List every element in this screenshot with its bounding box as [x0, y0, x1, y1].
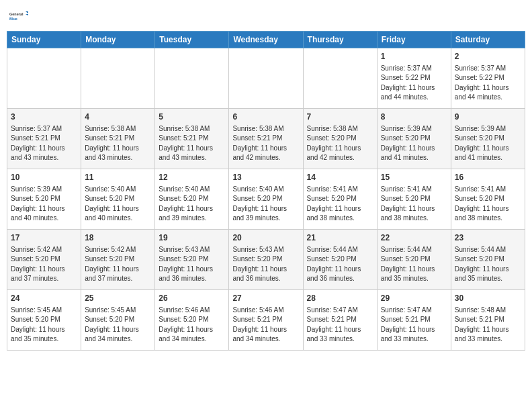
day-info: Sunrise: 5:38 AM Sunset: 5:21 PM Dayligh…: [159, 124, 225, 163]
day-info: Sunrise: 5:43 AM Sunset: 5:20 PM Dayligh…: [159, 245, 225, 284]
calendar-week-2: 3Sunrise: 5:37 AM Sunset: 5:21 PM Daylig…: [7, 109, 525, 169]
day-info: Sunrise: 5:45 AM Sunset: 5:20 PM Dayligh…: [11, 306, 77, 345]
day-info: Sunrise: 5:37 AM Sunset: 5:21 PM Dayligh…: [11, 124, 77, 163]
calendar-body: 1Sunrise: 5:37 AM Sunset: 5:22 PM Daylig…: [7, 48, 525, 351]
day-info: Sunrise: 5:41 AM Sunset: 5:20 PM Dayligh…: [307, 185, 373, 224]
day-number: 2: [455, 51, 521, 62]
calendar-cell: 26Sunrise: 5:46 AM Sunset: 5:20 PM Dayli…: [155, 290, 229, 351]
day-info: Sunrise: 5:40 AM Sunset: 5:20 PM Dayligh…: [159, 185, 225, 224]
calendar-cell: 2Sunrise: 5:37 AM Sunset: 5:22 PM Daylig…: [451, 48, 525, 109]
calendar-cell: 12Sunrise: 5:40 AM Sunset: 5:20 PM Dayli…: [155, 169, 229, 230]
svg-text:General: General: [9, 12, 24, 16]
weekday-header-monday: Monday: [81, 32, 155, 48]
svg-marker-2: [26, 11, 28, 13]
calendar-cell: 30Sunrise: 5:48 AM Sunset: 5:21 PM Dayli…: [451, 290, 525, 351]
day-info: Sunrise: 5:44 AM Sunset: 5:20 PM Dayligh…: [381, 245, 447, 284]
calendar-cell: 25Sunrise: 5:45 AM Sunset: 5:20 PM Dayli…: [81, 290, 155, 351]
day-number: 6: [232, 111, 299, 123]
day-number: 8: [381, 111, 447, 123]
day-number: 27: [232, 293, 299, 304]
calendar-cell: 15Sunrise: 5:41 AM Sunset: 5:20 PM Dayli…: [377, 169, 451, 230]
calendar-cell: [81, 48, 155, 109]
calendar-cell: 5Sunrise: 5:38 AM Sunset: 5:21 PM Daylig…: [155, 109, 229, 169]
calendar-cell: 20Sunrise: 5:43 AM Sunset: 5:20 PM Dayli…: [229, 230, 303, 290]
day-number: 5: [159, 111, 225, 123]
day-info: Sunrise: 5:45 AM Sunset: 5:20 PM Dayligh…: [85, 306, 151, 345]
calendar-cell: 29Sunrise: 5:47 AM Sunset: 5:21 PM Dayli…: [377, 290, 451, 351]
day-number: 13: [232, 172, 299, 183]
day-info: Sunrise: 5:41 AM Sunset: 5:20 PM Dayligh…: [455, 185, 521, 224]
day-number: 4: [85, 111, 151, 123]
day-info: Sunrise: 5:46 AM Sunset: 5:20 PM Dayligh…: [159, 306, 225, 345]
day-info: Sunrise: 5:44 AM Sunset: 5:20 PM Dayligh…: [307, 245, 373, 284]
day-number: 7: [307, 111, 373, 123]
calendar-cell: 10Sunrise: 5:39 AM Sunset: 5:20 PM Dayli…: [7, 169, 81, 230]
day-number: 26: [159, 293, 225, 304]
day-info: Sunrise: 5:43 AM Sunset: 5:20 PM Dayligh…: [232, 245, 299, 284]
day-number: 24: [11, 293, 77, 304]
day-number: 22: [381, 232, 447, 244]
day-info: Sunrise: 5:40 AM Sunset: 5:20 PM Dayligh…: [232, 185, 299, 224]
calendar-week-3: 10Sunrise: 5:39 AM Sunset: 5:20 PM Dayli…: [7, 169, 525, 230]
page-header: General Blue: [7, 7, 525, 26]
day-info: Sunrise: 5:38 AM Sunset: 5:21 PM Dayligh…: [232, 124, 299, 163]
calendar-week-4: 17Sunrise: 5:42 AM Sunset: 5:20 PM Dayli…: [7, 230, 525, 290]
day-info: Sunrise: 5:41 AM Sunset: 5:20 PM Dayligh…: [381, 185, 447, 224]
calendar-cell: 19Sunrise: 5:43 AM Sunset: 5:20 PM Dayli…: [155, 230, 229, 290]
day-number: 16: [455, 172, 521, 183]
day-number: 1: [381, 51, 447, 62]
calendar-cell: 28Sunrise: 5:47 AM Sunset: 5:21 PM Dayli…: [303, 290, 377, 351]
day-info: Sunrise: 5:47 AM Sunset: 5:21 PM Dayligh…: [381, 306, 447, 345]
calendar-cell: 8Sunrise: 5:39 AM Sunset: 5:20 PM Daylig…: [377, 109, 451, 169]
calendar-cell: 9Sunrise: 5:39 AM Sunset: 5:20 PM Daylig…: [451, 109, 525, 169]
calendar-week-1: 1Sunrise: 5:37 AM Sunset: 5:22 PM Daylig…: [7, 48, 525, 109]
weekday-header-wednesday: Wednesday: [229, 32, 303, 48]
weekday-header-sunday: Sunday: [7, 32, 81, 48]
calendar-cell: 6Sunrise: 5:38 AM Sunset: 5:21 PM Daylig…: [229, 109, 303, 169]
svg-text:Blue: Blue: [9, 17, 17, 21]
day-number: 14: [307, 172, 373, 183]
calendar-cell: 22Sunrise: 5:44 AM Sunset: 5:20 PM Dayli…: [377, 230, 451, 290]
day-info: Sunrise: 5:42 AM Sunset: 5:20 PM Dayligh…: [11, 245, 77, 284]
calendar-cell: 21Sunrise: 5:44 AM Sunset: 5:20 PM Dayli…: [303, 230, 377, 290]
calendar-cell: 4Sunrise: 5:38 AM Sunset: 5:21 PM Daylig…: [81, 109, 155, 169]
calendar-cell: 13Sunrise: 5:40 AM Sunset: 5:20 PM Dayli…: [229, 169, 303, 230]
day-number: 18: [85, 232, 151, 244]
weekday-header-friday: Friday: [377, 32, 451, 48]
day-info: Sunrise: 5:46 AM Sunset: 5:21 PM Dayligh…: [232, 306, 299, 345]
calendar-cell: [7, 48, 81, 109]
day-number: 30: [455, 293, 521, 304]
calendar-cell: 27Sunrise: 5:46 AM Sunset: 5:21 PM Dayli…: [229, 290, 303, 351]
calendar-cell: 16Sunrise: 5:41 AM Sunset: 5:20 PM Dayli…: [451, 169, 525, 230]
calendar-cell: [303, 48, 377, 109]
calendar-week-5: 24Sunrise: 5:45 AM Sunset: 5:20 PM Dayli…: [7, 290, 525, 351]
day-number: 11: [85, 172, 151, 183]
weekday-header-tuesday: Tuesday: [155, 32, 229, 48]
day-info: Sunrise: 5:48 AM Sunset: 5:21 PM Dayligh…: [455, 306, 521, 345]
calendar-cell: 24Sunrise: 5:45 AM Sunset: 5:20 PM Dayli…: [7, 290, 81, 351]
weekday-header-row: SundayMondayTuesdayWednesdayThursdayFrid…: [7, 32, 525, 48]
day-info: Sunrise: 5:39 AM Sunset: 5:20 PM Dayligh…: [11, 185, 77, 224]
calendar-cell: 7Sunrise: 5:38 AM Sunset: 5:20 PM Daylig…: [303, 109, 377, 169]
day-number: 10: [11, 172, 77, 183]
day-info: Sunrise: 5:47 AM Sunset: 5:21 PM Dayligh…: [307, 306, 373, 345]
day-number: 20: [232, 232, 299, 244]
day-number: 25: [85, 293, 151, 304]
calendar-cell: 14Sunrise: 5:41 AM Sunset: 5:20 PM Dayli…: [303, 169, 377, 230]
svg-marker-3: [26, 14, 28, 15]
calendar-cell: 23Sunrise: 5:44 AM Sunset: 5:20 PM Dayli…: [451, 230, 525, 290]
day-info: Sunrise: 5:38 AM Sunset: 5:20 PM Dayligh…: [307, 124, 373, 163]
day-number: 19: [159, 232, 225, 244]
calendar-cell: 1Sunrise: 5:37 AM Sunset: 5:22 PM Daylig…: [377, 48, 451, 109]
logo-icon: General Blue: [9, 7, 28, 26]
day-number: 3: [11, 111, 77, 123]
day-number: 21: [307, 232, 373, 244]
calendar-cell: 11Sunrise: 5:40 AM Sunset: 5:20 PM Dayli…: [81, 169, 155, 230]
calendar-cell: [155, 48, 229, 109]
day-info: Sunrise: 5:38 AM Sunset: 5:21 PM Dayligh…: [85, 124, 151, 163]
logo: General Blue: [9, 7, 28, 26]
calendar-cell: 3Sunrise: 5:37 AM Sunset: 5:21 PM Daylig…: [7, 109, 81, 169]
day-info: Sunrise: 5:37 AM Sunset: 5:22 PM Dayligh…: [455, 64, 521, 103]
calendar-cell: 18Sunrise: 5:42 AM Sunset: 5:20 PM Dayli…: [81, 230, 155, 290]
day-number: 9: [455, 111, 521, 123]
